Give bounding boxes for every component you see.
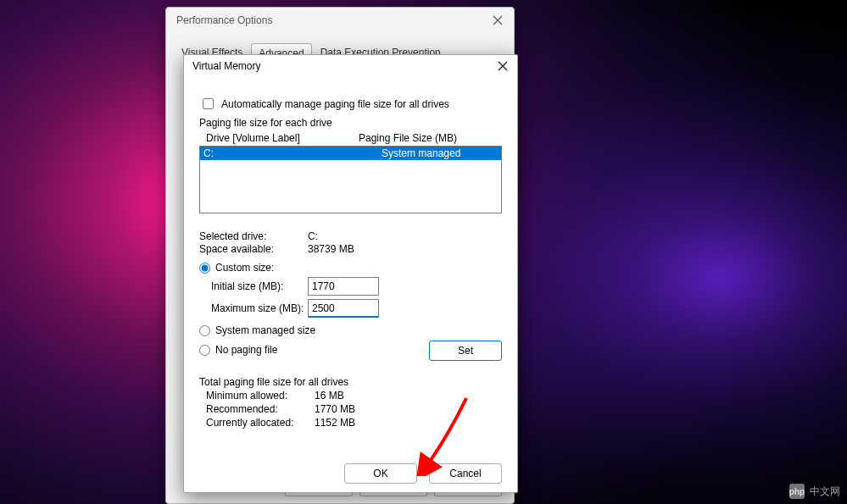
vm-title: Virtual Memory: [192, 60, 260, 72]
no-paging-label: No paging file: [215, 344, 277, 356]
each-drive-group-label: Paging file size for each drive: [199, 117, 502, 129]
close-icon[interactable]: [497, 60, 509, 72]
system-managed-radio[interactable]: [199, 325, 210, 336]
currently-allocated-label: Currently allocated:: [206, 417, 315, 429]
initial-size-input[interactable]: [308, 277, 379, 296]
selected-drive-label: Selected drive:: [199, 230, 308, 242]
drive-list[interactable]: C: System managed: [199, 146, 502, 213]
drive-row-c[interactable]: C: System managed: [200, 147, 501, 160]
custom-size-radio[interactable]: [199, 263, 210, 274]
min-allowed-value: 16 MB: [315, 390, 344, 402]
selected-drive-value: C:: [308, 230, 318, 242]
drive-row-size: System managed: [382, 147, 460, 159]
maximum-size-label: Maximum size (MB):: [211, 302, 308, 314]
drive-row-drive: C:: [203, 147, 382, 159]
paging-size-column-header: Paging File Size (MB): [359, 132, 457, 144]
watermark: php 中文网: [789, 484, 840, 499]
recommended-value: 1770 MB: [315, 403, 355, 415]
watermark-text: 中文网: [810, 485, 840, 499]
virtual-memory-dialog: Virtual Memory Automatically manage pagi…: [183, 54, 518, 493]
watermark-logo: php: [789, 484, 805, 499]
no-paging-radio[interactable]: [199, 345, 210, 356]
set-button[interactable]: Set: [429, 341, 502, 361]
space-available-value: 38739 MB: [308, 243, 354, 255]
min-allowed-label: Minimum allowed:: [206, 390, 315, 402]
drive-column-header: Drive [Volume Label]: [206, 132, 359, 144]
currently-allocated-value: 1152 MB: [315, 417, 355, 429]
initial-size-label: Initial size (MB):: [211, 280, 308, 292]
auto-manage-label: Automatically manage paging file size fo…: [221, 98, 449, 110]
ok-button[interactable]: OK: [344, 463, 417, 484]
space-available-label: Space available:: [199, 243, 308, 255]
cancel-button[interactable]: Cancel: [429, 463, 502, 484]
maximum-size-input[interactable]: [308, 299, 379, 318]
recommended-label: Recommended:: [206, 403, 315, 415]
close-icon[interactable]: [492, 14, 504, 26]
auto-manage-checkbox[interactable]: [203, 98, 214, 109]
totals-group-label: Total paging file size for all drives: [199, 376, 502, 388]
performance-options-title: Performance Options: [176, 14, 272, 26]
custom-size-label: Custom size:: [215, 262, 274, 274]
system-managed-label: System managed size: [215, 324, 315, 336]
